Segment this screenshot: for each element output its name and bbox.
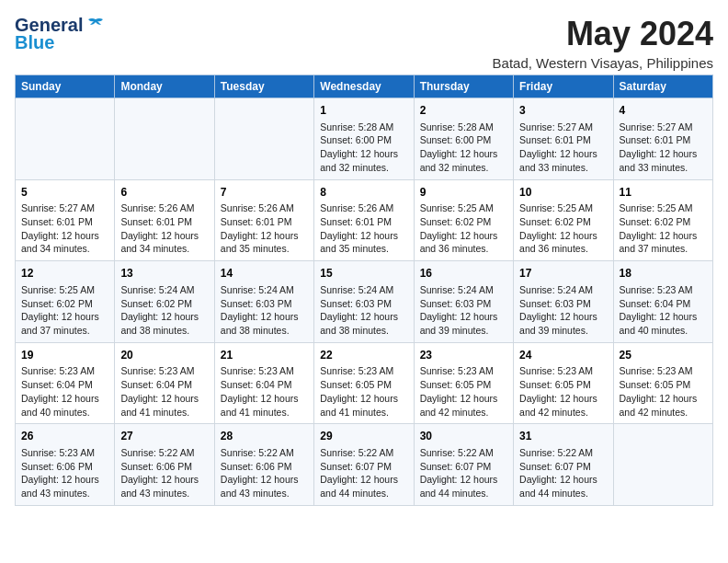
calendar-cell: [115, 98, 214, 180]
cell-info: Sunrise: 5:23 AMSunset: 6:05 PMDaylight:…: [320, 364, 407, 419]
calendar-row-2: 12Sunrise: 5:25 AMSunset: 6:02 PMDayligh…: [16, 261, 713, 343]
calendar-cell: 4Sunrise: 5:27 AMSunset: 6:01 PMDaylight…: [613, 98, 712, 180]
day-number: 2: [420, 103, 507, 119]
page-header: General Blue May 2024 Batad, Western Vis…: [15, 15, 713, 71]
logo: General Blue: [15, 15, 105, 53]
logo-blue-text: Blue: [15, 32, 54, 53]
day-number: 27: [120, 429, 208, 444]
header-row: SundayMondayTuesdayWednesdayThursdayFrid…: [16, 75, 713, 98]
cell-info: Sunrise: 5:28 AMSunset: 6:00 PMDaylight:…: [420, 121, 507, 175]
day-number: 26: [21, 429, 108, 444]
calendar-cell: 26Sunrise: 5:23 AMSunset: 6:06 PMDayligh…: [16, 424, 115, 506]
calendar-cell: 25Sunrise: 5:23 AMSunset: 6:05 PMDayligh…: [613, 342, 712, 424]
calendar-cell: 7Sunrise: 5:26 AMSunset: 6:01 PMDaylight…: [214, 179, 313, 261]
day-number: 23: [420, 348, 507, 363]
day-number: 6: [120, 185, 208, 201]
calendar-cell: 18Sunrise: 5:23 AMSunset: 6:04 PMDayligh…: [613, 261, 712, 343]
cell-info: Sunrise: 5:22 AMSunset: 6:06 PMDaylight:…: [221, 446, 308, 500]
calendar-cell: [16, 98, 115, 180]
column-header-sunday: Sunday: [16, 75, 115, 98]
day-number: 20: [120, 348, 208, 363]
cell-info: Sunrise: 5:24 AMSunset: 6:03 PMDaylight:…: [519, 283, 607, 338]
calendar-header: SundayMondayTuesdayWednesdayThursdayFrid…: [16, 75, 713, 98]
calendar-cell: [214, 98, 313, 180]
day-number: 16: [420, 266, 507, 282]
cell-info: Sunrise: 5:23 AMSunset: 6:06 PMDaylight:…: [21, 446, 108, 500]
day-number: 4: [620, 103, 707, 119]
cell-info: Sunrise: 5:23 AMSunset: 6:05 PMDaylight:…: [620, 364, 707, 419]
day-number: 1: [320, 103, 407, 119]
calendar-cell: 1Sunrise: 5:28 AMSunset: 6:00 PMDaylight…: [314, 98, 414, 180]
calendar-row-0: 1Sunrise: 5:28 AMSunset: 6:00 PMDaylight…: [16, 98, 713, 180]
cell-info: Sunrise: 5:25 AMSunset: 6:02 PMDaylight:…: [420, 201, 507, 256]
calendar-cell: 10Sunrise: 5:25 AMSunset: 6:02 PMDayligh…: [514, 179, 613, 261]
day-number: 29: [320, 429, 407, 444]
calendar-cell: 13Sunrise: 5:24 AMSunset: 6:02 PMDayligh…: [115, 261, 214, 343]
day-number: 8: [320, 185, 407, 201]
cell-info: Sunrise: 5:23 AMSunset: 6:04 PMDaylight:…: [21, 364, 108, 419]
cell-info: Sunrise: 5:24 AMSunset: 6:03 PMDaylight:…: [320, 283, 407, 338]
cell-info: Sunrise: 5:23 AMSunset: 6:04 PMDaylight:…: [620, 283, 707, 338]
subtitle: Batad, Western Visayas, Philippines: [493, 55, 713, 71]
cell-info: Sunrise: 5:22 AMSunset: 6:07 PMDaylight:…: [519, 446, 607, 500]
day-number: 15: [320, 266, 407, 282]
calendar-row-4: 26Sunrise: 5:23 AMSunset: 6:06 PMDayligh…: [16, 424, 713, 506]
calendar-cell: 17Sunrise: 5:24 AMSunset: 6:03 PMDayligh…: [514, 261, 613, 343]
calendar-table: SundayMondayTuesdayWednesdayThursdayFrid…: [15, 75, 713, 506]
day-number: 7: [221, 185, 308, 201]
cell-info: Sunrise: 5:25 AMSunset: 6:02 PMDaylight:…: [620, 201, 707, 256]
cell-info: Sunrise: 5:28 AMSunset: 6:00 PMDaylight:…: [320, 121, 407, 175]
day-number: 18: [620, 266, 707, 282]
cell-info: Sunrise: 5:22 AMSunset: 6:07 PMDaylight:…: [320, 446, 407, 500]
calendar-cell: 5Sunrise: 5:27 AMSunset: 6:01 PMDaylight…: [16, 179, 115, 261]
main-title: May 2024: [493, 15, 713, 53]
calendar-cell: 15Sunrise: 5:24 AMSunset: 6:03 PMDayligh…: [314, 261, 414, 343]
cell-info: Sunrise: 5:22 AMSunset: 6:07 PMDaylight:…: [420, 446, 507, 500]
column-header-saturday: Saturday: [613, 75, 712, 98]
day-number: 10: [519, 185, 607, 201]
calendar-row-3: 19Sunrise: 5:23 AMSunset: 6:04 PMDayligh…: [16, 342, 713, 424]
cell-info: Sunrise: 5:25 AMSunset: 6:02 PMDaylight:…: [519, 201, 607, 256]
calendar-cell: 8Sunrise: 5:26 AMSunset: 6:01 PMDaylight…: [314, 179, 414, 261]
column-header-friday: Friday: [514, 75, 613, 98]
day-number: 3: [519, 103, 607, 119]
calendar-cell: 3Sunrise: 5:27 AMSunset: 6:01 PMDaylight…: [514, 98, 613, 180]
column-header-tuesday: Tuesday: [214, 75, 313, 98]
calendar-cell: 19Sunrise: 5:23 AMSunset: 6:04 PMDayligh…: [16, 342, 115, 424]
column-header-wednesday: Wednesday: [314, 75, 414, 98]
day-number: 14: [221, 266, 308, 282]
calendar-cell: 6Sunrise: 5:26 AMSunset: 6:01 PMDaylight…: [115, 179, 214, 261]
calendar-cell: 30Sunrise: 5:22 AMSunset: 6:07 PMDayligh…: [414, 424, 513, 506]
cell-info: Sunrise: 5:25 AMSunset: 6:02 PMDaylight:…: [21, 283, 108, 338]
cell-info: Sunrise: 5:22 AMSunset: 6:06 PMDaylight:…: [120, 446, 208, 500]
calendar-cell: 23Sunrise: 5:23 AMSunset: 6:05 PMDayligh…: [414, 342, 513, 424]
day-number: 21: [221, 348, 308, 363]
cell-info: Sunrise: 5:26 AMSunset: 6:01 PMDaylight:…: [221, 201, 308, 256]
cell-info: Sunrise: 5:23 AMSunset: 6:05 PMDaylight:…: [519, 364, 607, 419]
cell-info: Sunrise: 5:27 AMSunset: 6:01 PMDaylight:…: [519, 121, 607, 175]
cell-info: Sunrise: 5:23 AMSunset: 6:05 PMDaylight:…: [420, 364, 507, 419]
calendar-cell: 12Sunrise: 5:25 AMSunset: 6:02 PMDayligh…: [16, 261, 115, 343]
cell-info: Sunrise: 5:24 AMSunset: 6:02 PMDaylight:…: [120, 283, 208, 338]
cell-info: Sunrise: 5:26 AMSunset: 6:01 PMDaylight:…: [120, 201, 208, 256]
day-number: 25: [620, 348, 707, 363]
day-number: 13: [120, 266, 208, 282]
day-number: 9: [420, 185, 507, 201]
calendar-cell: 2Sunrise: 5:28 AMSunset: 6:00 PMDaylight…: [414, 98, 513, 180]
cell-info: Sunrise: 5:23 AMSunset: 6:04 PMDaylight:…: [221, 364, 308, 419]
calendar-cell: 11Sunrise: 5:25 AMSunset: 6:02 PMDayligh…: [613, 179, 712, 261]
calendar-cell: 14Sunrise: 5:24 AMSunset: 6:03 PMDayligh…: [214, 261, 313, 343]
calendar-cell: 29Sunrise: 5:22 AMSunset: 6:07 PMDayligh…: [314, 424, 414, 506]
calendar-cell: 16Sunrise: 5:24 AMSunset: 6:03 PMDayligh…: [414, 261, 513, 343]
calendar-cell: 31Sunrise: 5:22 AMSunset: 6:07 PMDayligh…: [514, 424, 613, 506]
calendar-cell: 20Sunrise: 5:23 AMSunset: 6:04 PMDayligh…: [115, 342, 214, 424]
cell-info: Sunrise: 5:27 AMSunset: 6:01 PMDaylight:…: [620, 121, 707, 175]
calendar-cell: 21Sunrise: 5:23 AMSunset: 6:04 PMDayligh…: [214, 342, 313, 424]
day-number: 11: [620, 185, 707, 201]
cell-info: Sunrise: 5:24 AMSunset: 6:03 PMDaylight:…: [221, 283, 308, 338]
column-header-monday: Monday: [115, 75, 214, 98]
calendar-cell: [613, 424, 712, 506]
calendar-cell: 28Sunrise: 5:22 AMSunset: 6:06 PMDayligh…: [214, 424, 313, 506]
day-number: 24: [519, 348, 607, 363]
day-number: 12: [21, 266, 108, 282]
